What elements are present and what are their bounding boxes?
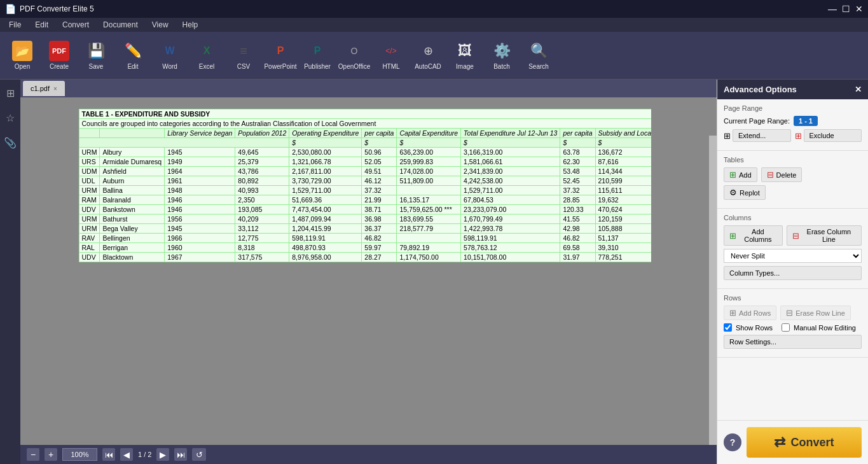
exclude-button[interactable]: Exclude — [804, 129, 862, 142]
toolbar-open-button[interactable]: 📂 Open — [5, 35, 39, 76]
replot-button[interactable]: ⚙ Replot — [724, 185, 766, 200]
convert-section: ? ⇄ Convert — [717, 420, 868, 464]
menu-help[interactable]: Help — [176, 19, 205, 31]
pdf-preview: TABLE 1 - EXPENDITURE AND SUBSIDY Counci… — [20, 97, 709, 445]
add-columns-button[interactable]: ⊞ Add Columns — [724, 225, 783, 246]
zoom-input[interactable] — [62, 448, 97, 461]
zoom-plus-button[interactable]: + — [45, 448, 57, 461]
maximize-button[interactable]: ☐ — [842, 4, 850, 14]
toolbar-create-button[interactable]: PDF Create — [42, 35, 76, 76]
manual-row-editing-label[interactable]: Manual Row Editing — [782, 323, 856, 332]
toolbar-publisher-button[interactable]: P Publisher — [300, 35, 334, 76]
minimize-button[interactable]: — — [828, 4, 837, 14]
doc-split: TABLE 1 - EXPENDITURE AND SUBSIDY Counci… — [20, 97, 717, 445]
html-label: HTML — [382, 63, 399, 70]
show-rows-checkbox[interactable] — [724, 323, 732, 332]
tables-label: Tables — [724, 156, 862, 164]
toolbar-powerpoint-button[interactable]: P PowerPoint — [263, 35, 298, 76]
pdf-col-header: per capita — [362, 129, 397, 138]
autocad-icon: ⊕ — [418, 41, 438, 61]
menu-edit[interactable]: Edit — [29, 19, 55, 31]
toolbar-autocad-button[interactable]: ⊕ AutoCAD — [411, 35, 445, 76]
nav-next-button[interactable]: ▶ — [156, 448, 169, 461]
nav-clip-icon[interactable]: 📎 — [1, 134, 19, 151]
open-icon: 📂 — [12, 41, 32, 61]
columns-section: Columns ⊞ Add Columns ⊟ Erase Column Lin… — [717, 209, 868, 289]
toolbar-search-button[interactable]: 🔍 Search — [521, 35, 556, 76]
pdf-col-header: per capita — [560, 129, 595, 138]
tab-filename: c1.pdf — [31, 85, 50, 92]
page-range-label: Page Range — [724, 104, 862, 112]
page-range-section: Page Range Current Page Range: 1 - 1 ⊞ E… — [717, 99, 868, 151]
add-rows-icon: ⊞ — [729, 308, 736, 318]
tab-bar: c1.pdf × — [20, 80, 717, 97]
replot-row: ⚙ Replot — [724, 185, 862, 200]
publisher-icon: P — [307, 41, 327, 61]
menu-document[interactable]: Document — [97, 19, 144, 31]
pdf-col-header: Library Service began — [165, 129, 235, 138]
extend-button[interactable]: Extend... — [733, 129, 791, 142]
toolbar-image-button[interactable]: 🖼 Image — [448, 35, 482, 76]
nav-first-button[interactable]: ⏮ — [102, 448, 115, 461]
batch-icon: ⚙️ — [492, 41, 512, 61]
never-split-select[interactable]: Never Split — [724, 249, 862, 263]
zoom-minus-button[interactable]: − — [27, 448, 39, 461]
show-rows-label[interactable]: Show Rows — [724, 323, 773, 332]
toolbar-openoffice-button[interactable]: O OpenOffice — [337, 35, 371, 76]
menubar: File Edit Convert Document View Help — [0, 18, 868, 32]
table-row: URSArmidale Dumaresq194925,3791,321,066.… — [79, 157, 651, 167]
pdf-col-header: Total Expenditure Jul 12-Jun 13 — [461, 129, 560, 138]
toolbar-save-button[interactable]: 💾 Save — [79, 35, 113, 76]
convert-button[interactable]: ⇄ Convert — [747, 427, 862, 458]
refresh-button[interactable]: ↺ — [192, 448, 206, 461]
erase-column-line-button[interactable]: ⊟ Erase Column Line — [787, 225, 862, 246]
menu-file[interactable]: File — [3, 19, 27, 31]
close-button[interactable]: ✕ — [855, 4, 863, 14]
show-rows-text: Show Rows — [736, 324, 773, 332]
toolbar-batch-button[interactable]: ⚙️ Batch — [485, 35, 519, 76]
help-button[interactable]: ? — [724, 433, 741, 451]
extend-grid-icon: ⊞ — [724, 131, 731, 141]
search-icon: 🔍 — [528, 41, 549, 61]
right-panel-title: Advanced Options — [724, 85, 797, 94]
autocad-label: AutoCAD — [415, 63, 441, 70]
pdf-col-header: Operating Expenditure — [289, 129, 362, 138]
toolbar-excel-button[interactable]: X Excel — [189, 35, 224, 76]
add-table-button[interactable]: ⊞ Add — [724, 167, 757, 182]
openoffice-icon: O — [344, 41, 364, 61]
toolbar-word-button[interactable]: W Word — [153, 35, 187, 76]
menu-convert[interactable]: Convert — [56, 19, 95, 31]
erase-row-line-button[interactable]: ⊟ Erase Row Line — [780, 306, 851, 320]
nav-last-button[interactable]: ⏭ — [174, 448, 187, 461]
add-columns-label: Add Columns — [739, 228, 777, 243]
document-tab[interactable]: c1.pdf × — [23, 81, 65, 96]
word-icon: W — [160, 41, 180, 61]
html-icon: </> — [381, 41, 401, 61]
row-settings-button[interactable]: Row Settings... — [724, 335, 862, 349]
erase-column-label: Erase Column Line — [802, 228, 856, 243]
nav-star-icon[interactable]: ☆ — [3, 109, 17, 127]
manual-row-editing-checkbox[interactable] — [782, 323, 790, 332]
pdf-scrollbar[interactable] — [709, 97, 717, 445]
toolbar-html-button[interactable]: </> HTML — [374, 35, 408, 76]
nav-grid-icon[interactable]: ⊞ — [4, 85, 17, 102]
toolbar-edit-button[interactable]: ✏️ Edit — [116, 35, 150, 76]
create-icon: PDF — [49, 41, 69, 61]
pdf-sub-header: $ — [289, 138, 362, 148]
add-rows-button[interactable]: ⊞ Add Rows — [724, 306, 776, 320]
table-row: RAMBalranald19462,35051,669.3621.9916,13… — [79, 195, 651, 205]
app-icon: 📄 — [5, 4, 16, 14]
delete-table-button[interactable]: ⊟ Delete — [761, 167, 803, 182]
tab-close-button[interactable]: × — [53, 85, 57, 92]
pdf-sub-header — [79, 138, 289, 148]
nav-prev-button[interactable]: ◀ — [120, 448, 133, 461]
convert-label: Convert — [790, 436, 834, 449]
page-display: 1 / 2 — [138, 451, 151, 458]
right-panel-close-button[interactable]: ✕ — [855, 85, 862, 94]
column-types-button[interactable]: Column Types... — [724, 266, 862, 280]
toolbar-csv-button[interactable]: ≡ CSV — [226, 35, 261, 76]
menu-view[interactable]: View — [146, 19, 175, 31]
pdf-scroll-thumb[interactable] — [709, 97, 717, 136]
titlebar: 📄 PDF Converter Elite 5 — ☐ ✕ — [0, 0, 868, 18]
title-controls[interactable]: — ☐ ✕ — [828, 4, 863, 14]
